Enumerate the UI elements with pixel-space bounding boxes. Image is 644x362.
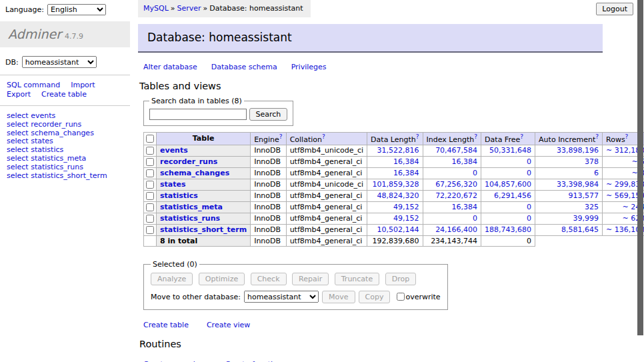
- index-length-link[interactable]: 16,384: [452, 203, 478, 211]
- index-length-link[interactable]: 16,384: [452, 157, 478, 166]
- data-free-link[interactable]: 104,857,600: [485, 180, 531, 189]
- create-view-link[interactable]: Create view: [207, 321, 250, 329]
- database-schema-link[interactable]: Database schema: [211, 63, 277, 71]
- auto-increment-link[interactable]: 33,898,196: [557, 146, 599, 155]
- analyze-button[interactable]: Analyze: [151, 273, 193, 285]
- optimize-button[interactable]: Optimize: [199, 273, 245, 285]
- export-link[interactable]: Export: [7, 90, 31, 99]
- privileges-link[interactable]: Privileges: [291, 63, 327, 71]
- row-checkbox[interactable]: [146, 169, 154, 177]
- auto-increment-link[interactable]: 6: [594, 169, 599, 177]
- collation-help-link[interactable]: ?: [322, 133, 325, 140]
- data-free-link[interactable]: 50,331,648: [489, 146, 531, 155]
- create-function-link[interactable]: Create function: [225, 360, 282, 362]
- repair-button[interactable]: Repair: [292, 273, 329, 285]
- table-name-link[interactable]: statistics_short_term: [160, 225, 247, 234]
- overwrite-checkbox[interactable]: [397, 293, 405, 301]
- index-length-link[interactable]: 72,220,672: [435, 191, 477, 200]
- move-label: Move to other database:: [151, 293, 241, 301]
- breadcrumb-mysql-link[interactable]: MySQL: [143, 4, 169, 13]
- truncate-button[interactable]: Truncate: [335, 273, 379, 285]
- index-length-link[interactable]: 67,256,320: [435, 180, 477, 189]
- row-checkbox[interactable]: [146, 192, 154, 200]
- logout-button[interactable]: Logout: [596, 3, 633, 15]
- row-checkbox[interactable]: [146, 158, 154, 166]
- data-free-link[interactable]: 0: [527, 157, 531, 166]
- sql-command-link[interactable]: SQL command: [7, 81, 60, 89]
- table-name-link[interactable]: statistics_runs: [160, 214, 220, 223]
- search-button[interactable]: Search: [249, 108, 288, 121]
- table-name-link[interactable]: recorder_runs: [160, 157, 217, 166]
- data-length-link[interactable]: 49,152: [393, 203, 419, 211]
- language-select[interactable]: English: [47, 4, 106, 15]
- table-name-link[interactable]: states: [160, 180, 186, 189]
- search-input[interactable]: [149, 109, 247, 120]
- table-name-link[interactable]: events: [160, 146, 188, 155]
- move-button[interactable]: Move: [322, 291, 355, 303]
- data-length-link[interactable]: 101,859,328: [373, 180, 419, 189]
- table-row-schema-changes: schema_changes InnoDB utf8mb4_general_ci…: [144, 167, 644, 179]
- import-link[interactable]: Import: [71, 81, 95, 89]
- check-button[interactable]: Check: [251, 273, 287, 285]
- data-free-help-link[interactable]: ?: [520, 133, 523, 140]
- app-title-band: Adminer4.7.9: [0, 21, 130, 47]
- data-length-link[interactable]: 16,384: [393, 169, 419, 177]
- alter-database-link[interactable]: Alter database: [143, 63, 197, 71]
- vertical-scrollbar[interactable]: [637, 0, 643, 335]
- data-free-link[interactable]: 0: [527, 214, 531, 223]
- data-free-link[interactable]: 6,291,456: [494, 191, 531, 200]
- move-row: Move to other database: homeassistant Mo…: [151, 291, 441, 303]
- index-length-link[interactable]: 0: [473, 214, 477, 223]
- row-checkbox[interactable]: [146, 226, 154, 234]
- drop-button[interactable]: Drop: [385, 273, 416, 285]
- table-name-link[interactable]: schema_changes: [160, 169, 229, 177]
- data-length-link[interactable]: 10,502,144: [377, 225, 419, 234]
- auto-increment-link[interactable]: 8,581,645: [561, 225, 599, 234]
- sidebar-select-link-statistics-short-term[interactable]: select statistics_short_term: [7, 172, 130, 181]
- collation-cell: utf8mb4_general_ci: [286, 156, 367, 167]
- data-length-help-link[interactable]: ?: [416, 133, 419, 140]
- rows-help-link[interactable]: ?: [625, 133, 629, 140]
- copy-button[interactable]: Copy: [359, 291, 391, 303]
- app-name: Adminer: [8, 27, 61, 41]
- adminer-screen: Language: English Adminer4.7.9 DB: homea…: [0, 0, 644, 362]
- auto-increment-help-link[interactable]: ?: [595, 133, 599, 140]
- create-procedure-link[interactable]: Create procedure: [143, 360, 207, 362]
- auto-increment-link[interactable]: 913,577: [569, 191, 599, 200]
- index-length-link[interactable]: 70,467,584: [435, 146, 477, 155]
- index-length-link[interactable]: 24,166,400: [435, 225, 477, 234]
- data-length-link[interactable]: 49,152: [393, 214, 419, 223]
- db-select[interactable]: homeassistant: [22, 56, 97, 68]
- auto-increment-link[interactable]: 325: [585, 203, 599, 211]
- data-free-link[interactable]: 0: [527, 169, 531, 177]
- data-length-link[interactable]: 16,384: [393, 157, 419, 166]
- breadcrumb-server-link[interactable]: Server: [177, 4, 201, 13]
- data-free-cell: 50,331,648: [481, 145, 535, 156]
- row-checkbox[interactable]: [146, 203, 154, 211]
- data-length-link[interactable]: 31,522,816: [377, 146, 419, 155]
- table-row-statistics-short-term: statistics_short_term InnoDB utf8mb4_gen…: [144, 224, 644, 235]
- data-length-link[interactable]: 48,824,320: [377, 191, 419, 200]
- index-length-link[interactable]: 0: [473, 169, 477, 177]
- sidebar-select-link-recorder-runs[interactable]: select recorder_runs: [7, 121, 130, 129]
- engine-help-link[interactable]: ?: [279, 133, 283, 140]
- auto-increment-link[interactable]: 39,999: [573, 214, 599, 223]
- create-table-link[interactable]: Create table: [143, 321, 189, 329]
- sidebar-select-link-events[interactable]: select events: [7, 112, 130, 121]
- sidebar-select-link-statistics-runs[interactable]: select statistics_runs: [7, 163, 130, 172]
- auto-increment-link[interactable]: 378: [585, 157, 599, 166]
- row-checkbox[interactable]: [146, 215, 154, 223]
- row-checkbox[interactable]: [146, 181, 154, 189]
- row-checkbox[interactable]: [146, 147, 154, 155]
- sidebar-select-link-statistics-meta[interactable]: select statistics_meta: [7, 155, 130, 163]
- index-length-help-link[interactable]: ?: [474, 133, 477, 140]
- data-free-link[interactable]: 188,743,680: [485, 225, 531, 234]
- collation-cell: utf8mb4_general_ci: [286, 213, 367, 224]
- data-free-link[interactable]: 0: [527, 203, 531, 211]
- select-all-checkbox[interactable]: [146, 135, 154, 143]
- auto-increment-link[interactable]: 33,398,984: [557, 180, 599, 189]
- table-name-link[interactable]: statistics: [160, 191, 198, 200]
- create-table-link-sidebar[interactable]: Create table: [41, 90, 87, 99]
- move-db-select[interactable]: homeassistant: [244, 291, 319, 303]
- table-name-link[interactable]: statistics_meta: [160, 203, 223, 211]
